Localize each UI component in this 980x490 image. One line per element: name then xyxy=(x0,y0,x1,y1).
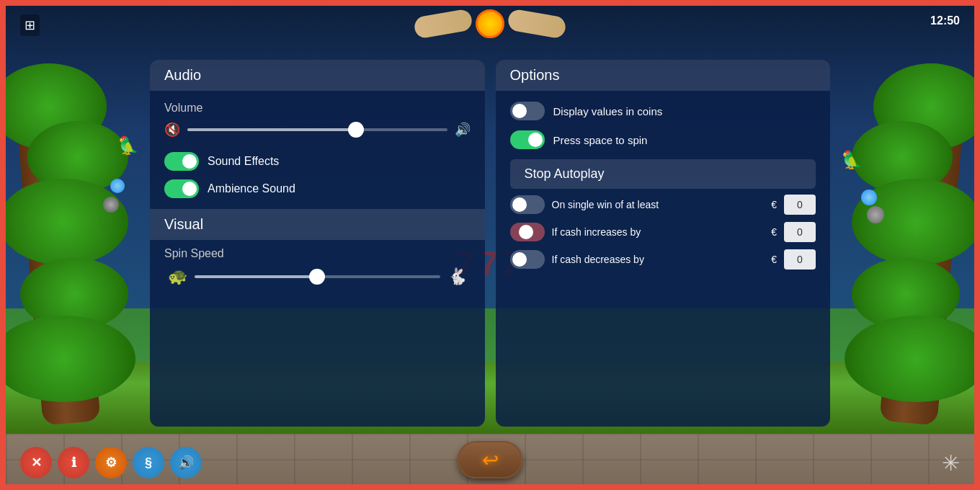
horn-right xyxy=(507,8,567,39)
single-win-input[interactable] xyxy=(784,195,816,215)
cash-decreases-row: If cash decreases by € xyxy=(510,249,816,270)
press-space-row: Press space to spin xyxy=(510,130,816,149)
press-space-knob xyxy=(528,133,543,147)
sound-button[interactable]: 🔊 xyxy=(170,447,202,478)
single-win-row: On single win of at least € xyxy=(510,195,816,215)
audio-section-header: Audio xyxy=(150,60,485,91)
sound-effects-label: Sound Effects xyxy=(208,155,279,168)
orb-right-top xyxy=(861,190,877,205)
single-win-toggle[interactable] xyxy=(510,195,545,214)
press-space-label: Press space to spin xyxy=(553,134,648,146)
close-button[interactable]: ✕ xyxy=(20,447,52,478)
back-button[interactable]: ↩ xyxy=(458,441,522,478)
foliage-right-5 xyxy=(845,316,980,402)
options-section-content: Display values in coins Press space to s… xyxy=(496,94,831,291)
top-ornament xyxy=(414,9,566,38)
clock-display: 12:50 xyxy=(930,14,960,27)
sound-effects-toggle[interactable] xyxy=(164,152,199,171)
back-arrow-icon: ↩ xyxy=(482,448,499,472)
ambience-sound-toggle[interactable] xyxy=(164,179,199,198)
horn-left xyxy=(413,8,473,39)
cash-decreases-label: If cash decreases by xyxy=(552,254,765,265)
right-panel: Options Display values in coins Press sp… xyxy=(496,60,831,427)
left-panel: Audio Volume 🔇 🔊 xyxy=(150,60,485,427)
display-coins-toggle[interactable] xyxy=(510,102,545,120)
stop-autoplay-header: Stop Autoplay xyxy=(510,159,816,189)
info-button[interactable]: ℹ xyxy=(58,447,89,478)
cash-increases-currency: € xyxy=(771,226,777,238)
single-win-knob xyxy=(512,197,527,212)
volume-slider-fill xyxy=(187,128,356,131)
spin-speed-fill xyxy=(195,275,317,278)
cash-increases-row: If cash increases by € xyxy=(510,222,816,242)
cash-increases-label: If cash increases by xyxy=(552,226,765,238)
orb-left-bottom xyxy=(103,197,119,213)
cash-decreases-input[interactable] xyxy=(784,249,816,270)
display-coins-knob xyxy=(512,104,527,118)
settings-panel: Audio Volume 🔇 🔊 xyxy=(150,60,830,427)
parrot-right: 🦜 xyxy=(841,150,863,170)
options-section-header: Options xyxy=(496,60,831,91)
turtle-icon: 🐢 xyxy=(168,267,187,286)
bottom-buttons: ✕ ℹ ⚙ § 🔊 xyxy=(20,447,202,478)
cash-decreases-currency: € xyxy=(771,254,777,265)
spin-speed-thumb[interactable] xyxy=(309,269,325,285)
ambience-sound-row: Ambience Sound xyxy=(164,179,471,198)
cash-decreases-toggle[interactable] xyxy=(510,250,545,269)
volume-high-icon: 🔊 xyxy=(455,122,471,138)
settings-button[interactable]: ⚙ xyxy=(95,447,127,478)
foliage-left-3 xyxy=(0,179,128,265)
display-coins-label: Display values in coins xyxy=(553,105,663,117)
coin-center xyxy=(476,9,504,38)
volume-row: 🔇 🔊 xyxy=(164,122,471,138)
spin-speed-row: 🐢 🐇 xyxy=(164,267,471,286)
rabbit-icon: 🐇 xyxy=(447,267,467,286)
cash-increases-toggle[interactable] xyxy=(510,223,545,241)
ambience-sound-knob xyxy=(182,182,197,196)
cash-decreases-knob xyxy=(512,252,527,267)
ambience-sound-label: Ambience Sound xyxy=(208,182,295,195)
cash-increases-input[interactable] xyxy=(784,222,816,242)
orb-left-top xyxy=(110,179,125,193)
display-coins-row: Display values in coins xyxy=(510,102,816,120)
spin-speed-slider[interactable] xyxy=(195,275,440,278)
single-win-label: On single win of at least xyxy=(552,199,765,210)
cash-increases-knob xyxy=(519,225,533,239)
press-space-toggle[interactable] xyxy=(510,130,545,149)
volume-mute-icon: 🔇 xyxy=(164,122,180,138)
single-win-currency: € xyxy=(771,199,777,210)
rules-button[interactable]: § xyxy=(133,447,164,478)
game-container: 🦜 🦜 12:50 ⊞ 777 Audio Volume 🔇 xyxy=(0,0,980,490)
sound-effects-knob xyxy=(182,154,197,169)
visual-section: Visual Spin Speed 🐢 🐇 xyxy=(164,209,471,286)
sound-effects-row: Sound Effects xyxy=(164,152,471,171)
orb-right-bottom xyxy=(867,206,884,223)
volume-slider[interactable] xyxy=(187,128,447,131)
expand-button[interactable]: ⊞ xyxy=(20,14,40,36)
volume-slider-thumb[interactable] xyxy=(348,122,364,138)
parrot-left: 🦜 xyxy=(117,135,139,156)
snowflake-button[interactable]: ✳ xyxy=(942,450,960,476)
spin-speed-label: Spin Speed xyxy=(164,247,471,260)
visual-section-header: Visual xyxy=(150,209,485,240)
audio-section-content: Volume 🔇 🔊 Sound Effects xyxy=(150,94,485,300)
volume-label: Volume xyxy=(164,102,471,115)
